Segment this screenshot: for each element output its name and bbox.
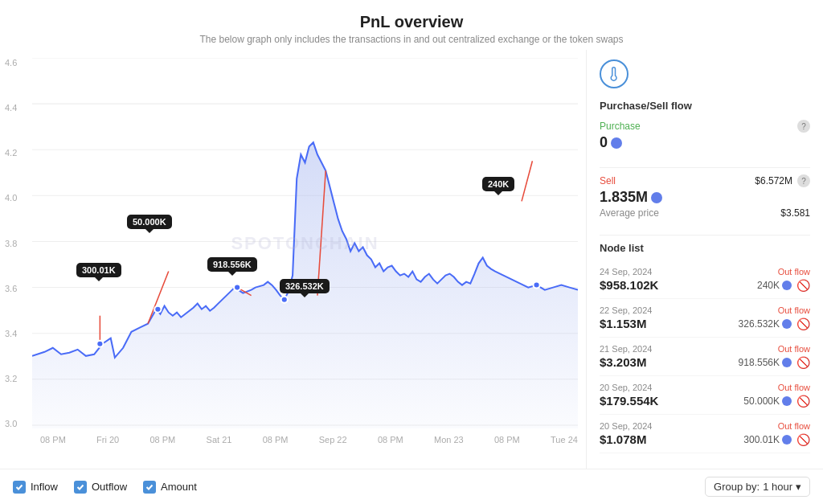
outflow-checkbox[interactable] xyxy=(74,481,87,494)
node-list-title: Node list xyxy=(600,242,810,254)
outflow-label: Outflow xyxy=(92,481,127,493)
token-icon xyxy=(782,358,792,367)
chart-svg xyxy=(32,58,578,428)
group-by-dropdown[interactable]: Group by: 1 hour ▾ xyxy=(705,477,810,497)
inflow-label: Inflow xyxy=(31,481,58,493)
x-label: 08 PM xyxy=(40,435,66,445)
page-subtitle: The below graph only includes the transa… xyxy=(0,34,823,45)
node-date: 20 Sep, 2024 xyxy=(600,421,652,431)
tooltip-240k: 240K xyxy=(482,177,514,191)
eye-slash-icon[interactable]: 🚫 xyxy=(796,395,810,408)
section-title: Purchase/Sell flow xyxy=(600,100,810,112)
node-amount: $1.153M xyxy=(600,317,646,330)
amount-checkbox[interactable] xyxy=(143,481,156,494)
outflow-checkbox-item[interactable]: Outflow xyxy=(74,481,127,494)
node-tokens: 300.01K xyxy=(743,434,792,445)
sell-help-icon[interactable]: ? xyxy=(797,174,810,187)
node-date: 21 Sep, 2024 xyxy=(600,344,652,354)
node-date: 22 Sep, 2024 xyxy=(600,305,652,315)
node-amount: $958.102K xyxy=(600,278,658,292)
x-label: 08 PM xyxy=(263,435,289,445)
svg-point-15 xyxy=(154,306,161,313)
x-label: 08 PM xyxy=(494,435,520,445)
list-item: 20 Sep, 2024 Out flow $1.078M 300.01K 🚫 xyxy=(600,415,810,453)
tooltip-50k: 50.000K xyxy=(127,215,172,229)
inflow-checkbox[interactable] xyxy=(13,481,26,494)
divider-1 xyxy=(600,167,810,168)
sell-value: 1.835M xyxy=(600,189,810,206)
y-label: 3.8 xyxy=(5,239,17,248)
tooltip-326k: 326.532K xyxy=(280,279,330,293)
x-axis: 08 PMFri 2008 PMSat 2108 PMSep 2208 PMMo… xyxy=(32,435,586,445)
purchase-label: Purchase ? xyxy=(600,120,810,133)
node-amount: $179.554K xyxy=(600,394,658,408)
purchase-help-icon[interactable]: ? xyxy=(797,120,810,133)
node-tokens: 240K xyxy=(757,280,792,291)
node-amount: $3.203M xyxy=(600,355,646,369)
sell-avg: Average price $3.581 xyxy=(600,207,810,219)
y-label: 3.0 xyxy=(5,419,17,428)
y-label: 3.6 xyxy=(5,284,17,293)
x-label: Tue 24 xyxy=(551,435,578,445)
amount-checkbox-item[interactable]: Amount xyxy=(143,481,197,494)
chart-area: 4.64.44.24.03.83.63.43.23.0 xyxy=(0,50,586,469)
inflow-checkbox-item[interactable]: Inflow xyxy=(13,481,58,494)
node-flow: Out flow xyxy=(778,421,810,431)
node-tokens: 918.556K xyxy=(739,357,792,368)
svg-point-17 xyxy=(281,297,288,303)
eth-coin-icon xyxy=(611,137,622,149)
x-label: Mon 23 xyxy=(434,435,464,445)
eye-slash-icon[interactable]: 🚫 xyxy=(796,433,810,446)
x-label: 08 PM xyxy=(378,435,403,445)
divider-2 xyxy=(600,235,810,236)
purchase-metric: Purchase ? 0 xyxy=(600,120,810,151)
node-flow: Out flow xyxy=(778,305,810,315)
chevron-down-icon: ▾ xyxy=(796,481,801,493)
group-by-prefix: Group by: xyxy=(714,481,760,493)
purchase-value: 0 xyxy=(600,134,810,151)
y-label: 3.2 xyxy=(5,374,17,383)
token-icon xyxy=(782,396,792,406)
list-item: 21 Sep, 2024 Out flow $3.203M 918.556K 🚫 xyxy=(600,338,810,376)
tooltip-918k: 918.556K xyxy=(207,257,257,272)
list-item: 22 Sep, 2024 Out flow $1.153M 326.532K 🚫 xyxy=(600,299,810,338)
page-header: PnL overview The below graph only includ… xyxy=(0,0,823,50)
main-content: 4.64.44.24.03.83.63.43.23.0 xyxy=(0,50,823,469)
right-panel: Purchase/Sell flow Purchase ? 0 Sell xyxy=(586,50,823,469)
group-by-value: 1 hour xyxy=(763,481,792,493)
y-axis: 4.64.44.24.03.83.63.43.23.0 xyxy=(5,58,17,428)
svg-point-18 xyxy=(533,282,539,289)
token-icon xyxy=(782,281,792,290)
sell-metric: Sell $6.572M ? 1.835M Average price $3.5… xyxy=(600,174,810,219)
y-label: 4.6 xyxy=(5,58,17,68)
page-title: PnL overview xyxy=(0,13,823,31)
node-flow: Out flow xyxy=(778,267,810,277)
list-item: 24 Sep, 2024 Out flow $958.102K 240K 🚫 xyxy=(600,260,810,299)
y-label: 3.4 xyxy=(5,329,17,338)
token-icon xyxy=(782,319,792,329)
node-amount: $1.078M xyxy=(600,432,646,446)
x-label: 08 PM xyxy=(149,435,175,445)
token-icon xyxy=(782,435,792,445)
sell-label: Sell $6.572M ? xyxy=(600,174,810,187)
tooltip-300k: 300.01K xyxy=(76,263,121,277)
thermometer-icon xyxy=(607,67,621,81)
eye-slash-icon[interactable]: 🚫 xyxy=(796,356,810,369)
sell-coin-icon xyxy=(651,192,662,203)
chart-svg-container: SPOTONCHAIN 300.01K 50.000K 918.556K 326… xyxy=(32,58,578,428)
page: PnL overview The below graph only includ… xyxy=(0,0,823,504)
node-date: 24 Sep, 2024 xyxy=(600,267,652,277)
eye-slash-icon[interactable]: 🚫 xyxy=(796,318,810,330)
bottom-bar: Inflow Outflow Amount Group by: 1 hour ▾ xyxy=(0,469,823,504)
x-label: Sat 21 xyxy=(207,435,232,445)
node-date: 20 Sep, 2024 xyxy=(600,383,652,392)
node-list: 24 Sep, 2024 Out flow $958.102K 240K 🚫 2… xyxy=(600,260,810,453)
x-label: Sep 22 xyxy=(319,435,347,445)
eye-slash-icon[interactable]: 🚫 xyxy=(796,279,810,292)
panel-icon xyxy=(600,59,629,88)
svg-point-14 xyxy=(96,341,103,347)
y-label: 4.2 xyxy=(5,148,17,158)
amount-label: Amount xyxy=(161,481,197,493)
x-label: Fri 20 xyxy=(96,435,119,445)
node-flow: Out flow xyxy=(778,383,810,392)
